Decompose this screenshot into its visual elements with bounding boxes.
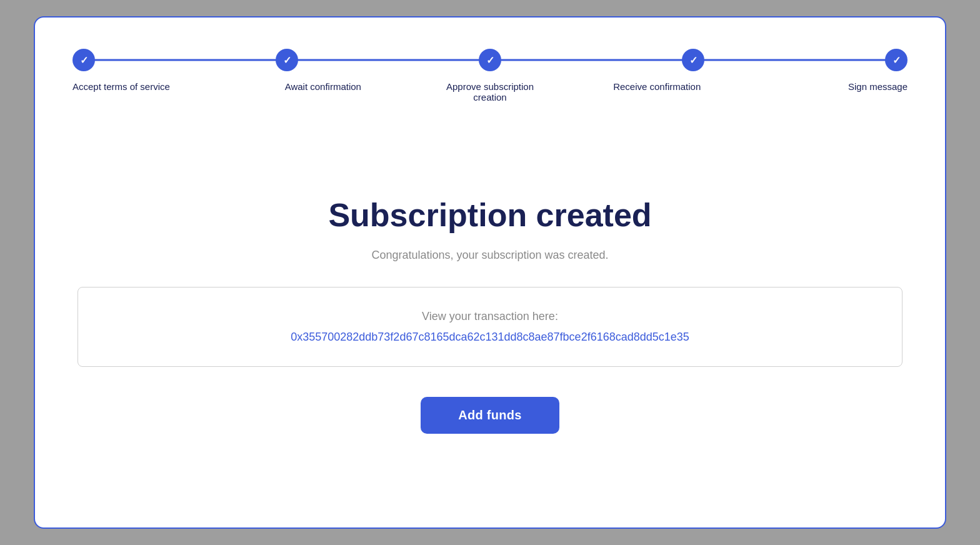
subtitle: Congratulations, your subscription was c… [371,249,608,262]
stepper-labels: Accept terms of service Await confirmati… [72,81,908,102]
step-label-5: Sign message [741,81,908,92]
stepper-track: ✓ ✓ ✓ ✓ ✓ [72,49,908,71]
stepper: ✓ ✓ ✓ ✓ ✓ Accept terms of service Await … [72,49,908,102]
step-dot-1: ✓ [72,49,95,71]
transaction-hash[interactable]: 0x355700282ddb73f2d67c8165dca62c131dd8c8… [291,331,689,344]
step-dot-3: ✓ [479,49,501,71]
page-title: Subscription created [328,196,651,234]
modal-container: ✓ ✓ ✓ ✓ ✓ Accept terms of service Await … [34,16,946,529]
checkmark-5: ✓ [892,54,901,66]
transaction-label: View your transaction here: [422,310,558,323]
checkmark-2: ✓ [283,54,291,66]
checkmark-4: ✓ [689,54,698,66]
step-label-3: Approve subscriptioncreation [406,81,573,102]
checkmark-1: ✓ [80,54,88,66]
transaction-box: View your transaction here: 0x355700282d… [78,287,902,367]
step-dot-4: ✓ [682,49,704,71]
step-dot-5: ✓ [885,49,908,71]
step-label-4: Receive confirmation [574,81,741,92]
step-label-1: Accept terms of service [72,81,239,92]
main-content: Subscription created Congratulations, yo… [72,134,908,496]
checkmark-3: ✓ [486,54,494,66]
step-dot-2: ✓ [276,49,298,71]
add-funds-button[interactable]: Add funds [421,397,559,434]
step-label-2: Await confirmation [239,81,406,92]
